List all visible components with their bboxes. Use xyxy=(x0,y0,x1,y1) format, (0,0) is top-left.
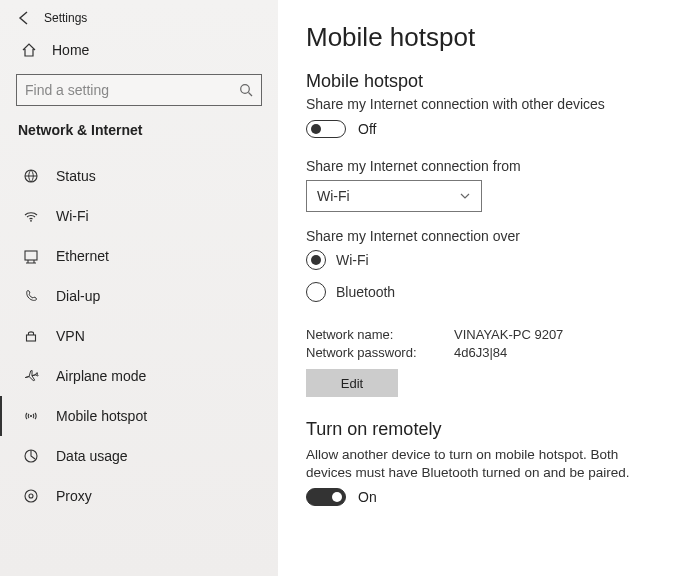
wifi-icon xyxy=(22,208,40,224)
sidebar-item-label: Proxy xyxy=(56,488,92,504)
svg-rect-4 xyxy=(27,335,36,341)
svg-point-0 xyxy=(241,85,250,94)
search-input[interactable] xyxy=(17,75,261,105)
search-box[interactable] xyxy=(16,74,262,106)
ethernet-icon xyxy=(22,248,40,264)
sidebar-item-proxy[interactable]: Proxy xyxy=(0,476,278,516)
sidebar-item-airplane[interactable]: Airplane mode xyxy=(0,356,278,396)
back-button[interactable] xyxy=(4,4,44,32)
hotspot-icon xyxy=(22,408,40,424)
app-caption: Settings xyxy=(44,11,87,25)
hotspot-toggle-label: Off xyxy=(358,121,376,137)
sidebar-item-vpn[interactable]: VPN xyxy=(0,316,278,356)
sidebar: Settings Home Network & Internet Status xyxy=(0,0,278,576)
content-pane: Mobile hotspot Mobile hotspot Share my I… xyxy=(278,0,700,576)
remote-toggle-label: On xyxy=(358,489,377,505)
sidebar-category: Network & Internet xyxy=(0,116,278,148)
hotspot-section-title: Mobile hotspot xyxy=(306,71,672,92)
network-name-value: VINAYAK-PC 9207 xyxy=(454,327,563,342)
radio-bluetooth-row[interactable]: Bluetooth xyxy=(306,282,672,302)
sidebar-item-label: VPN xyxy=(56,328,85,344)
hotspot-toggle[interactable] xyxy=(306,120,346,138)
toggle-knob xyxy=(311,124,321,134)
sidebar-item-status[interactable]: Status xyxy=(0,156,278,196)
hotspot-toggle-row: Off xyxy=(306,120,672,138)
radio-wifi[interactable] xyxy=(306,250,326,270)
sidebar-item-label: Airplane mode xyxy=(56,368,146,384)
toggle-knob xyxy=(332,492,342,502)
proxy-icon xyxy=(22,488,40,504)
svg-point-8 xyxy=(29,494,33,498)
svg-point-5 xyxy=(30,415,32,417)
share-from-dropdown[interactable]: Wi-Fi xyxy=(306,180,482,212)
sidebar-item-ethernet[interactable]: Ethernet xyxy=(0,236,278,276)
chart-icon xyxy=(22,448,40,464)
network-password-row: Network password: 4d6J3|84 xyxy=(306,345,672,360)
share-from-label: Share my Internet connection from xyxy=(306,158,672,174)
network-name-row: Network name: VINAYAK-PC 9207 xyxy=(306,327,672,342)
home-label: Home xyxy=(52,42,89,58)
remote-toggle-row: On xyxy=(306,488,672,506)
radio-wifi-row[interactable]: Wi-Fi xyxy=(306,250,672,270)
search-icon xyxy=(239,83,253,97)
sidebar-item-label: Ethernet xyxy=(56,248,109,264)
search-wrap xyxy=(0,66,278,116)
remote-toggle[interactable] xyxy=(306,488,346,506)
sidebar-item-label: Mobile hotspot xyxy=(56,408,147,424)
svg-rect-3 xyxy=(25,251,37,260)
chevron-down-icon xyxy=(459,190,471,202)
network-password-label: Network password: xyxy=(306,345,454,360)
edit-button[interactable]: Edit xyxy=(306,369,398,397)
network-name-label: Network name: xyxy=(306,327,454,342)
sidebar-nav: Status Wi-Fi Ethernet Dial-up VPN Airpla… xyxy=(0,148,278,516)
header-row: Settings xyxy=(0,0,278,32)
sidebar-item-label: Status xyxy=(56,168,96,184)
hotspot-desc: Share my Internet connection with other … xyxy=(306,96,672,112)
radio-wifi-label: Wi-Fi xyxy=(336,252,369,268)
sidebar-item-label: Data usage xyxy=(56,448,128,464)
svg-point-2 xyxy=(30,220,32,222)
globe-icon xyxy=(22,168,40,184)
lock-icon xyxy=(22,328,40,344)
radio-bluetooth-label: Bluetooth xyxy=(336,284,395,300)
home-icon xyxy=(20,42,38,58)
share-over-label: Share my Internet connection over xyxy=(306,228,672,244)
sidebar-item-wifi[interactable]: Wi-Fi xyxy=(0,196,278,236)
page-title: Mobile hotspot xyxy=(306,22,672,53)
spacer xyxy=(306,314,672,324)
sidebar-item-label: Dial-up xyxy=(56,288,100,304)
airplane-icon xyxy=(22,368,40,384)
svg-point-7 xyxy=(25,490,37,502)
remote-title: Turn on remotely xyxy=(306,419,672,440)
phone-icon xyxy=(22,288,40,304)
sidebar-item-dialup[interactable]: Dial-up xyxy=(0,276,278,316)
remote-desc: Allow another device to turn on mobile h… xyxy=(306,446,666,482)
arrow-left-icon xyxy=(16,10,32,26)
sidebar-item-datausage[interactable]: Data usage xyxy=(0,436,278,476)
home-link[interactable]: Home xyxy=(0,32,278,66)
sidebar-item-hotspot[interactable]: Mobile hotspot xyxy=(0,396,278,436)
sidebar-item-label: Wi-Fi xyxy=(56,208,89,224)
share-from-value: Wi-Fi xyxy=(317,188,350,204)
radio-bluetooth[interactable] xyxy=(306,282,326,302)
network-password-value: 4d6J3|84 xyxy=(454,345,507,360)
settings-window: Settings Home Network & Internet Status xyxy=(0,0,700,576)
